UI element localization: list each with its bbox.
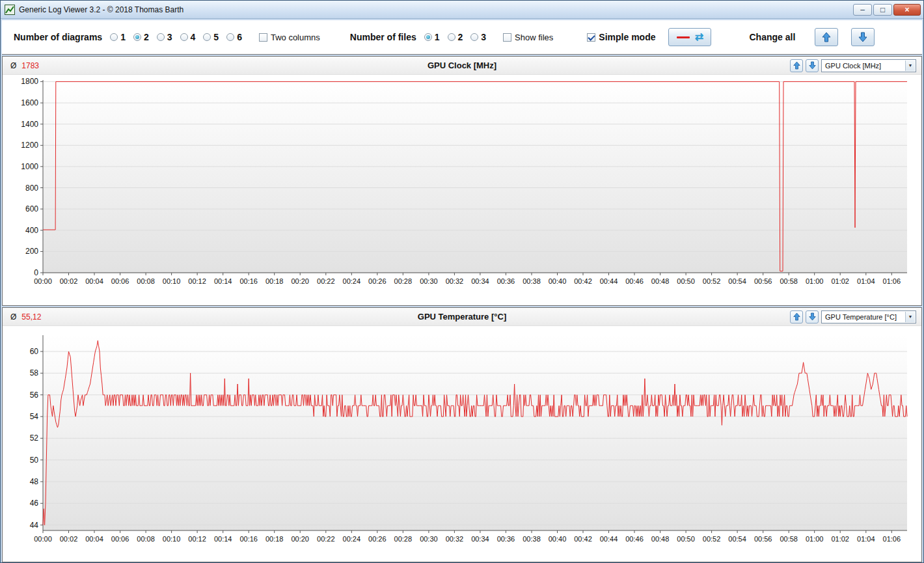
titlebar: Generic Log Viewer 3.2 - © 2018 Thomas B…: [1, 1, 923, 19]
files-radio-3[interactable]: 3: [470, 32, 486, 42]
svg-text:00:48: 00:48: [651, 535, 670, 543]
up-arrow-icon: [793, 312, 800, 321]
diagrams-radio-3[interactable]: 3: [157, 32, 172, 42]
svg-text:00:22: 00:22: [317, 535, 335, 543]
chart-title: GPU Clock [MHz]: [428, 61, 496, 70]
svg-text:00:44: 00:44: [600, 277, 618, 285]
svg-text:00:42: 00:42: [574, 277, 592, 285]
maximize-button[interactable]: □: [873, 4, 892, 16]
svg-text:00:28: 00:28: [394, 277, 413, 285]
diagrams-radio-2[interactable]: 2: [133, 32, 149, 42]
radio-icon: [448, 33, 455, 41]
svg-text:48: 48: [30, 477, 39, 486]
svg-text:00:06: 00:06: [111, 277, 129, 285]
panel-controls: GPU Clock [MHz] ▼: [790, 59, 916, 72]
radio-icon: [424, 33, 432, 41]
down-arrow-icon: [809, 61, 816, 70]
svg-text:54: 54: [30, 412, 39, 421]
svg-text:00:20: 00:20: [291, 277, 309, 285]
svg-text:1000: 1000: [21, 162, 38, 171]
svg-text:00:52: 00:52: [703, 535, 721, 543]
window-controls: – □ ×: [853, 4, 921, 16]
svg-text:600: 600: [25, 204, 38, 213]
line-style-refresh-button[interactable]: ⇄: [668, 28, 711, 46]
radio-icon: [110, 33, 118, 41]
red-line-icon: [677, 36, 690, 38]
panel-move-up-button[interactable]: [790, 310, 803, 323]
svg-text:00:38: 00:38: [523, 535, 541, 543]
panel-move-down-button[interactable]: [806, 310, 819, 323]
number-of-files-label: Number of files: [350, 32, 416, 42]
up-arrow-icon: [793, 61, 800, 70]
gpu-temperature-panel: Ø55,12 GPU Temperature [°C] GPU Temperat…: [2, 307, 922, 562]
svg-text:00:12: 00:12: [188, 277, 206, 285]
svg-text:00:02: 00:02: [60, 277, 78, 285]
change-all-down-button[interactable]: [851, 28, 875, 46]
radio-icon: [157, 33, 165, 41]
svg-text:00:36: 00:36: [497, 277, 515, 285]
svg-text:00:30: 00:30: [420, 277, 438, 285]
minimize-button[interactable]: –: [853, 4, 872, 16]
svg-text:00:58: 00:58: [780, 535, 798, 543]
svg-text:00:40: 00:40: [549, 535, 567, 543]
panel-move-down-button[interactable]: [806, 59, 819, 72]
change-all-up-button[interactable]: [815, 28, 838, 46]
two-columns-checkbox[interactable]: Two columns: [259, 33, 320, 42]
svg-text:00:46: 00:46: [625, 277, 644, 285]
diagrams-radio-1[interactable]: 1: [110, 32, 126, 42]
svg-text:50: 50: [30, 456, 39, 465]
svg-text:00:18: 00:18: [265, 277, 284, 285]
radio-icon: [470, 33, 478, 41]
svg-text:00:22: 00:22: [317, 277, 335, 285]
svg-text:01:06: 01:06: [883, 535, 901, 543]
svg-text:00:06: 00:06: [111, 535, 129, 543]
svg-text:60: 60: [30, 347, 39, 356]
chart-metric-select[interactable]: GPU Temperature [°C] ▼: [821, 310, 916, 323]
down-arrow-icon: [858, 32, 867, 42]
svg-text:00:10: 00:10: [163, 277, 181, 285]
svg-text:00:56: 00:56: [754, 535, 772, 543]
files-radio-2[interactable]: 2: [448, 32, 463, 42]
svg-text:00:54: 00:54: [728, 277, 746, 285]
chart-metric-select[interactable]: GPU Clock [MHz] ▼: [821, 59, 916, 72]
svg-text:00:24: 00:24: [343, 535, 361, 543]
svg-text:00:58: 00:58: [780, 277, 798, 285]
simple-mode-checkbox[interactable]: Simple mode: [587, 32, 655, 42]
svg-text:00:00: 00:00: [34, 535, 52, 543]
gpu-clock-panel: Ø1783 GPU Clock [MHz] GPU Clock [MHz] ▼: [2, 56, 922, 306]
close-button[interactable]: ×: [893, 4, 921, 16]
svg-text:00:14: 00:14: [214, 277, 232, 285]
panel-move-up-button[interactable]: [790, 59, 803, 72]
gpu-clock-panel-header: Ø1783 GPU Clock [MHz] GPU Clock [MHz] ▼: [3, 57, 921, 75]
diagrams-radio-5[interactable]: 5: [203, 32, 219, 42]
toolbar: Number of diagrams 1 2 3 4 5 6 Two colum…: [2, 20, 922, 55]
svg-text:00:30: 00:30: [420, 535, 438, 543]
svg-text:00:12: 00:12: [188, 535, 206, 543]
app-window: { "window": { "title": "Generic Log View…: [0, 0, 924, 563]
diagrams-radio-4[interactable]: 4: [180, 32, 196, 42]
svg-text:00:18: 00:18: [265, 535, 284, 543]
svg-text:01:04: 01:04: [857, 535, 875, 543]
average-value: Ø55,12: [10, 312, 41, 322]
radio-icon: [203, 33, 211, 41]
average-symbol: Ø: [10, 61, 16, 70]
svg-text:01:02: 01:02: [831, 535, 849, 543]
radio-icon: [226, 33, 234, 41]
checkbox-icon: [587, 33, 595, 42]
svg-text:00:56: 00:56: [754, 277, 772, 285]
checkbox-icon: [259, 33, 267, 42]
svg-text:0: 0: [34, 268, 38, 277]
svg-text:00:42: 00:42: [574, 535, 592, 543]
average-number: 55,12: [21, 312, 41, 322]
svg-text:1200: 1200: [21, 141, 38, 150]
show-files-checkbox[interactable]: Show files: [503, 33, 553, 42]
svg-text:44: 44: [30, 521, 39, 530]
files-radio-1[interactable]: 1: [424, 32, 440, 42]
svg-text:1800: 1800: [21, 77, 38, 86]
diagrams-radio-6[interactable]: 6: [226, 32, 242, 42]
app-icon: [5, 5, 15, 15]
checkbox-icon: [503, 33, 511, 42]
number-of-diagrams-label: Number of diagrams: [14, 32, 102, 42]
gpu-temperature-chart: 44464850525456586000:0000:0200:0400:0600…: [3, 326, 921, 562]
svg-text:400: 400: [25, 226, 38, 235]
